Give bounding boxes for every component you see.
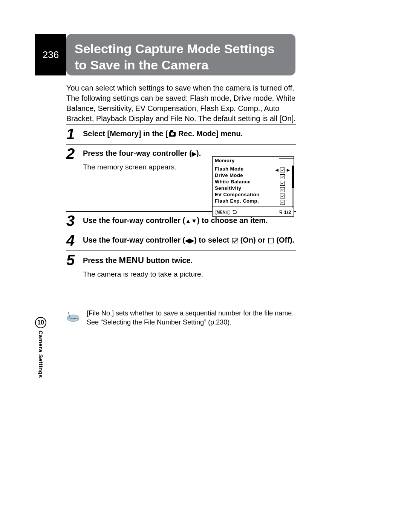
- memo-icon: memo: [66, 309, 80, 322]
- step-title: Use the four-way controller (◀▶) to sele…: [83, 235, 296, 245]
- text: Use the four-way controller (: [83, 216, 185, 224]
- step-title: Use the four-way controller (▲▼) to choo…: [83, 215, 296, 226]
- screen-item: Flash Mode: [215, 166, 283, 172]
- text: button twice.: [144, 256, 193, 264]
- step-5: 5 Press the MENU button twice. The camer…: [66, 251, 296, 279]
- text: Rec. Mode] menu.: [176, 129, 243, 138]
- checkbox-on-icon: [232, 238, 237, 243]
- screen-item: White Balance: [215, 178, 283, 185]
- step-4: 4 Use the four-way controller (◀▶) to se…: [66, 231, 296, 245]
- right-triangle-icon: ▶: [192, 151, 196, 157]
- step-number: 1: [66, 126, 75, 143]
- text: ).: [196, 149, 201, 157]
- manual-page: 236 Selecting Capture Mode Settings to S…: [0, 0, 407, 532]
- checkbox-icon: [280, 200, 285, 205]
- step-description: The camera is ready to take a picture.: [83, 269, 296, 279]
- text: Press the four-way controller (: [83, 149, 192, 157]
- checkbox-icon: [280, 174, 285, 179]
- camera-icon: [169, 132, 176, 137]
- left-triangle-icon: ◀: [185, 237, 190, 244]
- screen-tab-edge: [279, 158, 294, 159]
- intro-paragraph: You can select which settings to save wh…: [66, 83, 296, 124]
- step-title: Select [Memory] in the [ Rec. Mode] menu…: [83, 129, 296, 139]
- text: ) to choose an item.: [197, 216, 268, 224]
- page-indicator: 1/2: [284, 209, 291, 215]
- page-number: 236: [35, 34, 66, 75]
- screen-items: Flash Mode Drive Mode White Balance Sens…: [215, 166, 283, 204]
- step-number: 2: [66, 145, 75, 162]
- text: ) to select: [194, 236, 231, 244]
- checkbox-icon: [280, 168, 285, 172]
- screen-item: EV Compensation: [215, 191, 283, 198]
- svg-text:memo: memo: [69, 317, 78, 320]
- text: Select [Memory] in the [: [83, 129, 168, 138]
- checkbox-icon: [280, 181, 285, 186]
- step-description: The memory screen appears.: [83, 162, 211, 172]
- memo-text: [File No.] sets whether to save a sequen…: [87, 309, 296, 327]
- left-arrow-icon: ◀: [275, 168, 279, 172]
- text: Use the four-way controller (: [83, 236, 185, 244]
- right-triangle-icon: ▶: [190, 237, 194, 244]
- step-title: Press the four-way controller (▶).: [83, 148, 211, 158]
- checkbox-icon: [280, 187, 285, 192]
- hand-icon: ☟: [279, 209, 283, 215]
- text: (On) or: [238, 236, 268, 244]
- screen-item: Sensitivity: [215, 185, 283, 191]
- up-triangle-icon: ▲: [185, 218, 191, 224]
- step-title: Press the MENU button twice.: [83, 255, 296, 266]
- step-number: 5: [66, 252, 75, 269]
- checkbox-icon: [280, 194, 285, 198]
- footer-right: ☟ 1/2: [279, 209, 291, 215]
- screen-checks: ◀ ▶: [275, 166, 290, 205]
- footer-left: MENU ⮌: [215, 209, 237, 215]
- right-arrow-icon: ▶: [287, 168, 290, 172]
- screen-item: Drive Mode: [215, 172, 283, 178]
- step-1: 1 Select [Memory] in the [ Rec. Mode] me…: [66, 125, 296, 139]
- side-tab: 10 Camera Settings: [35, 317, 46, 378]
- menu-button-label: MENU: [119, 255, 144, 265]
- checkbox-off-icon: [268, 238, 274, 243]
- text: Press the: [83, 256, 119, 264]
- chapter-label: Camera Settings: [38, 331, 44, 378]
- menu-pill: MENU: [215, 210, 230, 215]
- page-title: Selecting Capture Mode Settings to Save …: [66, 34, 295, 75]
- screen-item: Flash Exp. Comp.: [215, 198, 283, 204]
- memo-block: memo [File No.] sets whether to save a s…: [66, 309, 296, 327]
- camera-screen-illustration: Memory Flash Mode Drive Mode White Balan…: [212, 156, 294, 217]
- screen-footer: MENU ⮌ ☟ 1/2: [213, 206, 294, 216]
- return-arrow-icon: ⮌: [232, 209, 237, 215]
- step-number: 4: [66, 232, 75, 249]
- step-number: 3: [66, 212, 75, 229]
- chapter-number: 10: [35, 317, 46, 328]
- down-triangle-icon: ▼: [191, 218, 197, 224]
- screen-tab: Memory: [212, 156, 281, 165]
- text: (Off).: [274, 236, 294, 244]
- scrollbar-thumb: [292, 166, 294, 188]
